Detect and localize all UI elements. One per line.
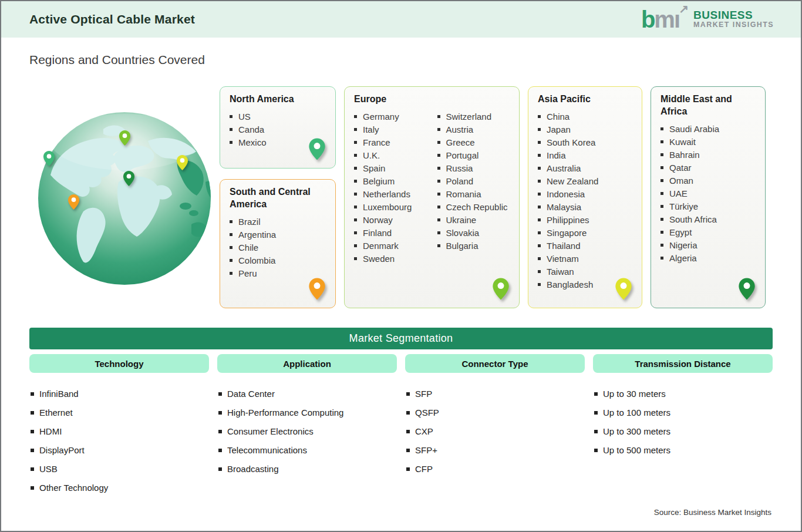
country-item: New Zealand — [538, 175, 633, 188]
country-item: Indonesia — [538, 188, 633, 201]
country-label: France — [363, 136, 390, 149]
segment-item-label: USB — [39, 464, 58, 474]
bullet-icon — [31, 392, 34, 396]
logo-line-business: BUSINESS — [693, 9, 774, 21]
bullet-icon — [437, 193, 440, 196]
country-item: Netherlands — [354, 188, 428, 201]
segment-column-connector-type: Connector TypeSFPQSFPCXPSFP+CFP — [405, 354, 585, 501]
country-item: Türkiye — [661, 200, 757, 213]
country-label: U.K. — [363, 149, 380, 162]
segment-item-label: Data Center — [227, 389, 275, 399]
source-note: Source: Business Market Insights — [654, 508, 771, 517]
globe-pin-north-america-icon — [43, 150, 55, 169]
bullet-icon — [661, 179, 663, 182]
country-item: Algeria — [661, 252, 757, 265]
bullet-icon — [538, 218, 541, 221]
map-pin-icon — [738, 277, 756, 303]
country-item: Vietnam — [538, 252, 633, 265]
bullet-icon — [218, 392, 222, 396]
bullet-icon — [538, 244, 541, 247]
logo-line-market-insights: MARKET INSIGHTS — [693, 21, 774, 29]
segmentation-title: Market Segmentation — [349, 332, 453, 345]
country-label: UAE — [669, 187, 688, 200]
country-label: Malaysia — [547, 201, 581, 214]
country-item: Finland — [354, 227, 428, 240]
segment-column-technology: TechnologyInfiniBandEthernetHDMIDisplayP… — [29, 354, 209, 501]
segment-item-label: SFP — [415, 389, 432, 399]
bmi-logo: bmı↗ BUSINESS MARKET INSIGHTS — [641, 9, 774, 29]
bullet-icon — [406, 392, 410, 396]
segment-item: Up to 500 meters — [594, 445, 773, 464]
segment-item-label: Ethernet — [39, 408, 73, 417]
country-item: Malaysia — [538, 201, 633, 214]
country-label: Egypt — [669, 226, 692, 239]
map-pin-icon — [308, 277, 326, 303]
region-title: South and Central America — [230, 186, 327, 210]
segment-item-label: QSFP — [415, 408, 439, 417]
segmentation-header-bar: Market Segmentation — [29, 328, 773, 349]
bullet-icon — [437, 167, 440, 170]
segment-header-connector-type: Connector Type — [405, 354, 585, 373]
segment-item-label: Up to 30 meters — [603, 389, 666, 399]
segment-item-label: HDMI — [39, 426, 62, 436]
bullet-icon — [594, 411, 598, 415]
country-label: Germany — [363, 110, 399, 123]
country-item: Taiwan — [538, 265, 633, 278]
bullet-icon — [230, 128, 232, 131]
country-label: US — [238, 110, 251, 123]
bullet-icon — [354, 115, 357, 118]
country-list: Saudi ArabiaKuwaitBahrainQatarOmanUAETür… — [661, 123, 757, 265]
country-item: US — [230, 110, 327, 123]
country-label: Kuwait — [669, 136, 696, 149]
country-label: Portugal — [446, 149, 479, 162]
country-item: Bulgaria — [437, 240, 511, 252]
country-label: Belgium — [363, 175, 395, 188]
map-pin-icon — [492, 277, 510, 303]
bullet-icon — [406, 467, 410, 471]
bullet-icon — [661, 127, 663, 130]
country-item: Kuwait — [661, 136, 757, 149]
logo-letter-b: b — [641, 6, 654, 32]
bullet-icon — [661, 192, 663, 195]
bullet-icon — [354, 154, 357, 157]
bullet-icon — [354, 206, 357, 208]
region-card-north-america: North AmericaUSCandaMexico — [220, 86, 336, 169]
segment-column-transmission-distance: Transmission DistanceUp to 30 metersUp t… — [593, 354, 773, 501]
country-label: Czech Republic — [446, 201, 508, 214]
bullet-icon — [538, 231, 541, 234]
bullet-icon — [437, 154, 440, 157]
segment-item-label: Broadcasting — [227, 464, 279, 474]
logo-letter-m: m — [654, 6, 674, 32]
country-label: Mexico — [238, 136, 267, 149]
segment-item-label: CFP — [415, 464, 433, 474]
country-label: Bulgaria — [446, 240, 478, 252]
country-item: China — [538, 110, 633, 123]
country-label: Philippines — [547, 214, 589, 227]
bullet-icon — [354, 257, 357, 260]
bullet-icon — [538, 154, 541, 157]
country-item: Australia — [538, 162, 633, 175]
regions-cards-row: North AmericaUSCandaMexicoSouth and Cent… — [220, 86, 801, 308]
country-label: Singapore — [547, 227, 587, 240]
region-card-south-and-central-america: South and Central AmericaBrazilArgentina… — [220, 179, 336, 308]
country-item: U.K. — [354, 149, 428, 162]
segment-item-label: Up to 100 meters — [603, 408, 670, 417]
bullet-icon — [230, 115, 232, 118]
bullet-icon — [31, 449, 34, 452]
country-label: Bangladesh — [547, 278, 593, 291]
bullet-icon — [538, 115, 541, 118]
country-item: Bahrain — [661, 149, 757, 161]
country-item: Nigeria — [661, 239, 757, 252]
bullet-icon — [230, 220, 232, 223]
country-label: Greece — [446, 136, 475, 149]
country-item: Slovakia — [437, 227, 511, 240]
country-label: Peru — [238, 267, 257, 280]
country-item: Sweden — [354, 252, 428, 265]
bullet-icon — [218, 449, 222, 452]
country-item: Japan — [538, 123, 633, 136]
segment-item: USB — [31, 464, 209, 483]
country-label: Romania — [446, 188, 481, 201]
country-label: Argentina — [238, 228, 276, 241]
country-label: Luxembourg — [363, 201, 412, 214]
country-item: Denmark — [354, 240, 428, 252]
